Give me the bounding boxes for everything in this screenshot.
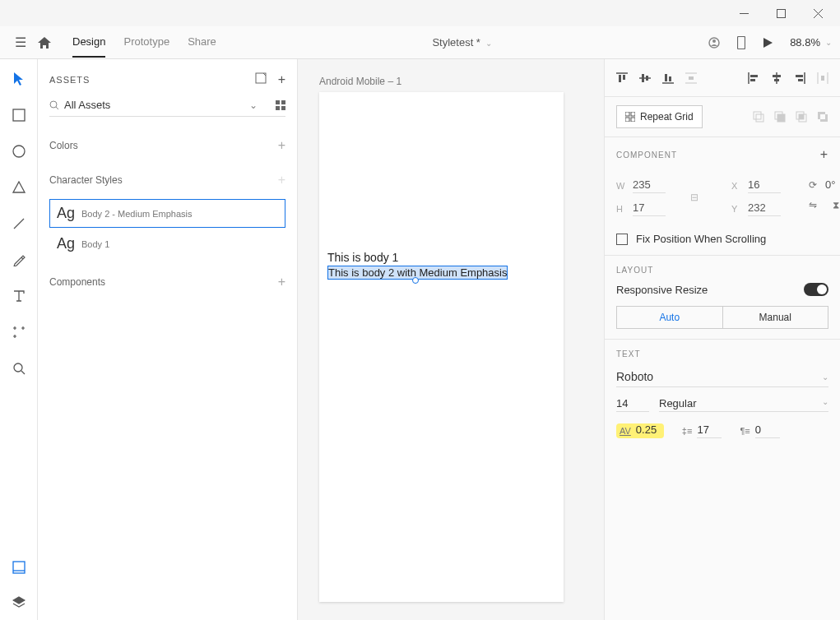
window-titlebar bbox=[0, 0, 840, 26]
auto-button[interactable]: Auto bbox=[617, 307, 722, 328]
svg-rect-26 bbox=[665, 74, 667, 81]
height-input[interactable]: 17 bbox=[633, 201, 666, 216]
svg-rect-44 bbox=[631, 112, 635, 116]
section-components[interactable]: Components+ bbox=[49, 265, 285, 299]
selection-handle[interactable] bbox=[412, 277, 419, 284]
svg-rect-5 bbox=[13, 109, 25, 121]
link-assets-icon[interactable] bbox=[255, 72, 267, 87]
align-top-icon[interactable] bbox=[616, 72, 628, 84]
grid-view-icon[interactable] bbox=[276, 100, 285, 110]
boolean-intersect-icon bbox=[796, 111, 807, 123]
line-height-input[interactable]: 17 bbox=[697, 423, 722, 438]
pen-tool[interactable] bbox=[9, 250, 29, 270]
tracking-field-highlighted[interactable]: AV 0.25 bbox=[616, 423, 664, 438]
add-asset-icon[interactable]: + bbox=[278, 72, 285, 87]
tab-prototype[interactable]: Prototype bbox=[123, 27, 169, 58]
paragraph-spacing-input[interactable]: 0 bbox=[755, 423, 780, 438]
rotation-input[interactable]: 0° bbox=[825, 178, 835, 191]
section-character-styles[interactable]: Character Styles+ bbox=[49, 163, 285, 197]
font-size-input[interactable]: 14 bbox=[616, 397, 649, 412]
svg-rect-45 bbox=[625, 118, 629, 122]
width-input[interactable]: 235 bbox=[633, 178, 666, 193]
font-family-select[interactable]: Roboto⌄ bbox=[616, 367, 828, 387]
artboard[interactable]: This is body 1 This is body 2 with Mediu… bbox=[319, 92, 564, 602]
svg-rect-10 bbox=[13, 562, 25, 573]
align-vcenter-icon[interactable] bbox=[639, 72, 651, 84]
text-body1[interactable]: This is body 1 bbox=[327, 251, 398, 264]
flip-h-icon[interactable]: ⇋ bbox=[805, 199, 820, 211]
style-preview: Ag bbox=[57, 235, 75, 252]
svg-rect-42 bbox=[821, 76, 824, 81]
svg-rect-30 bbox=[689, 76, 694, 80]
align-bottom-icon[interactable] bbox=[662, 72, 674, 84]
svg-rect-16 bbox=[281, 100, 285, 104]
add-icon[interactable]: + bbox=[278, 138, 285, 153]
align-left-icon[interactable] bbox=[748, 72, 759, 84]
paragraph-spacing-field[interactable]: ¶≡ 0 bbox=[740, 423, 779, 438]
svg-rect-53 bbox=[799, 114, 804, 119]
svg-rect-17 bbox=[276, 106, 280, 110]
fix-position-label: Fix Position When Scrolling bbox=[636, 233, 766, 245]
canvas[interactable]: Android Mobile – 1 This is body 1 This i… bbox=[298, 59, 604, 620]
tracking-input[interactable]: 0.25 bbox=[636, 423, 661, 437]
repeat-grid-button[interactable]: Repeat Grid bbox=[616, 105, 703, 128]
y-input[interactable]: 232 bbox=[748, 201, 781, 216]
layers-panel-icon[interactable] bbox=[9, 592, 29, 612]
menu-icon[interactable]: ☰ bbox=[8, 35, 33, 50]
rotation-icon: ⟳ bbox=[805, 179, 820, 191]
artboard-tool[interactable] bbox=[9, 322, 29, 342]
maximize-button[interactable] bbox=[763, 2, 800, 25]
fix-position-checkbox[interactable] bbox=[616, 234, 628, 245]
device-preview-icon[interactable] bbox=[737, 36, 745, 49]
section-colors[interactable]: Colors+ bbox=[49, 128, 285, 163]
align-right-icon[interactable] bbox=[794, 72, 805, 84]
svg-rect-39 bbox=[798, 79, 803, 81]
add-component-icon[interactable]: + bbox=[820, 147, 828, 162]
line-tool[interactable] bbox=[9, 214, 29, 234]
text-tool[interactable] bbox=[9, 286, 29, 306]
cloud-icon[interactable] bbox=[708, 36, 721, 49]
document-title[interactable]: Styletest * ⌄ bbox=[216, 36, 708, 49]
character-style-item[interactable]: Ag Body 1 bbox=[49, 229, 285, 258]
font-weight-select[interactable]: Regular⌄ bbox=[659, 397, 828, 412]
boolean-add-icon bbox=[753, 111, 764, 123]
home-icon[interactable] bbox=[38, 37, 63, 49]
asset-search[interactable]: All Assets ⌄ bbox=[49, 95, 285, 117]
character-style-item[interactable]: Ag Body 2 - Medium Emphasis bbox=[49, 199, 285, 228]
line-height-field[interactable]: ‡≡ 17 bbox=[682, 423, 722, 438]
add-icon[interactable]: + bbox=[278, 173, 285, 187]
add-icon[interactable]: + bbox=[278, 275, 285, 289]
boolean-exclude-icon bbox=[817, 111, 828, 123]
svg-rect-43 bbox=[625, 112, 629, 116]
flip-v-icon[interactable]: ⧗ bbox=[828, 199, 840, 211]
zoom-tool[interactable] bbox=[9, 359, 29, 378]
artboard-title[interactable]: Android Mobile – 1 bbox=[319, 76, 401, 87]
align-hcenter-icon[interactable] bbox=[771, 72, 782, 84]
responsive-toggle[interactable] bbox=[804, 283, 828, 296]
play-icon[interactable] bbox=[762, 37, 773, 49]
svg-line-7 bbox=[14, 219, 24, 229]
style-label: Body 1 bbox=[81, 239, 109, 249]
zoom-level[interactable]: 88.8% ⌄ bbox=[790, 36, 832, 49]
distribute-h-icon bbox=[817, 72, 828, 84]
select-tool[interactable] bbox=[9, 69, 29, 89]
x-input[interactable]: 16 bbox=[748, 178, 781, 193]
line-height-icon: ‡≡ bbox=[682, 426, 693, 436]
svg-rect-24 bbox=[646, 76, 648, 81]
polygon-tool[interactable] bbox=[9, 178, 29, 197]
manual-button[interactable]: Manual bbox=[722, 307, 828, 328]
resize-mode-segment[interactable]: Auto Manual bbox=[616, 306, 828, 329]
lock-aspect-icon[interactable]: ⊟ bbox=[690, 192, 698, 203]
assets-title: ASSETS bbox=[49, 75, 90, 85]
assets-panel-icon[interactable] bbox=[9, 558, 29, 577]
minimize-button[interactable] bbox=[726, 2, 763, 25]
svg-point-3 bbox=[712, 39, 716, 43]
svg-rect-47 bbox=[754, 112, 761, 119]
tab-share[interactable]: Share bbox=[188, 27, 216, 58]
close-button[interactable] bbox=[800, 2, 837, 25]
component-label: COMPONENT bbox=[616, 150, 677, 160]
svg-point-13 bbox=[50, 101, 57, 108]
rectangle-tool[interactable] bbox=[9, 105, 29, 125]
ellipse-tool[interactable] bbox=[9, 141, 29, 161]
tab-design[interactable]: Design bbox=[72, 27, 105, 58]
